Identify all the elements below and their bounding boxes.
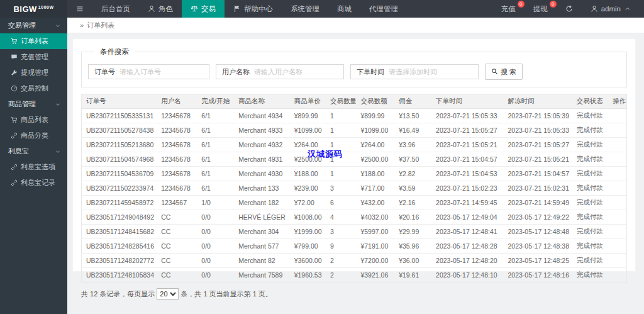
table-cell: 4 [326,210,357,225]
table-cell [608,268,627,283]
search-input-order-time[interactable] [389,65,478,79]
table-cell: 2023-07-21 14:59:45 [431,196,503,210]
sidebar-item-label: 商品分类 [21,131,48,140]
search-fieldset: 条件搜索 订单号用户名称下单时间搜 索 [81,47,627,87]
table-cell: 2023-07-21 15:05:27 [431,123,503,138]
sidebar-item-goods-list[interactable]: 商品列表 [0,112,67,128]
table-cell: 3 [326,225,357,239]
caret-down-icon [55,149,61,155]
search-row: 订单号用户名称下单时间搜 索 [88,64,620,80]
table-cell: 6/1 [197,167,234,181]
nav-item-label: 帮助中心 [244,4,273,14]
table-cell: ¥899.99 [290,109,326,123]
sidebar-item-goods-category[interactable]: 商品分类 [0,128,67,143]
nav-right-admin[interactable]: admin [582,0,640,18]
table-row[interactable]: UB2305171248202772CC0/0Merchant 82¥3600.… [82,254,627,268]
table-cell: UB2305171248415682 [82,225,157,239]
table-cell: Merchant 4933 [234,123,289,138]
table-cell: 1 [326,123,357,138]
table-cell: ¥188.00 [290,167,326,181]
sidebar-item-recharge-mgmt[interactable]: 充值管理 [0,49,67,65]
table-cell: ¥7191.00 [356,239,394,254]
table-cell: UB2305171249048492 [82,210,157,225]
link-icon [11,179,18,186]
search-button[interactable]: 搜 索 [485,64,523,80]
table-cell [608,181,627,196]
search-field-user-name: 用户名称 [216,64,344,79]
search-field-label: 订单号 [89,67,119,77]
sidebar-group-goods-mgmt[interactable]: 商品管理 [0,96,67,112]
table-row[interactable]: UB2307211502233974123456786/1Merchant 13… [82,181,627,196]
column-header: 商品单价 [290,94,326,109]
table-row[interactable]: UB2305171248105834CC0/0Merchant 7589¥196… [82,268,627,283]
breadcrumb-prefix: » [80,21,84,29]
link-icon [11,132,18,139]
table-header-row: 订单号用户名完成/开始商品名称商品单价交易数量交易数额佣金下单时间解冻时间交易状… [82,94,627,109]
table-cell: 2023-07-21 15:05:33 [431,109,503,123]
table-cell: 2023-07-21 15:04:57 [431,152,503,167]
table-cell: ¥3921.06 [356,268,394,283]
nav-right-label: 提现 [533,4,548,14]
nav-item-agents[interactable]: 代理管理 [360,0,407,18]
table-cell: 1/0 [197,196,234,210]
sidebar-item-withdraw-mgmt[interactable]: 提现管理 [0,65,67,81]
table-row[interactable]: UB2307211504574968123456786/1Merchant 49… [82,152,627,167]
table-cell: 完成付款 [572,152,608,167]
table-cell: UB2307211505278438 [82,123,157,138]
sidebar-item-label: 利息宝记录 [21,178,55,188]
table-cell: Merchant 82 [234,254,289,268]
table-row[interactable]: UB2305171248285416CC0/0Merchant 577¥799.… [82,239,627,254]
table-cell [608,254,627,268]
table-cell: 12345678 [157,181,197,196]
sidebar-group-interest[interactable]: 利息宝 [0,143,67,159]
caret-down-icon [55,101,61,108]
table-row[interactable]: UB2305171249048492CC0/0HERVÉ LÉGER¥1008.… [82,210,627,225]
table-row[interactable]: UB2307211504536709123456786/1Merchant 49… [82,167,627,181]
nav-item-help-center[interactable]: 帮助中心 [225,0,282,18]
column-header: 交易数额 [356,94,394,109]
sidebar-item-interest-records[interactable]: 利息宝记录 [0,175,67,191]
sidebar-item-trade-control[interactable]: 交易控制 [0,81,67,96]
nav-right-withdraw[interactable]: 提现0 [525,0,557,18]
table-row[interactable]: UB2305171248415682CC0/0Merchant 304¥1999… [82,225,627,239]
breadcrumb: » 订单列表 [67,18,644,33]
table-cell: Merchant 182 [234,196,289,210]
table-cell: UB2307211505213680 [82,138,157,152]
page-size-select[interactable]: 20 [157,288,179,300]
table-cell: Merchant 7589 [234,268,289,283]
table-cell: UB2307211459458972 [82,196,157,210]
nav-item-label: 系统管理 [291,4,319,14]
table-cell: 2023-07-21 15:05:39 [504,109,572,123]
search-input-order-no[interactable] [119,65,209,79]
table-row[interactable]: UB230721145945897212345671/0Merchant 182… [82,196,627,210]
table-cell: ¥72.00 [290,196,326,210]
nav-item-roles[interactable]: 角色 [139,0,182,18]
gauge-icon [11,85,18,92]
search-input-user-name[interactable] [254,65,343,79]
table-cell: 0/0 [197,225,234,239]
table-cell: ¥3.96 [394,138,431,152]
table-cell: 完成付款 [572,138,608,152]
nav-item-home[interactable]: 后台首页 [92,0,139,18]
sidebar-group-trade-mgmt[interactable]: 交易管理 [0,18,67,33]
table-cell: Merchant 4930 [234,167,289,181]
column-header: 用户名 [157,94,197,109]
table-cell: Merchant 133 [234,181,289,196]
table-row[interactable]: UB2307211505335131123456786/1Merchant 49… [82,109,627,123]
link-icon [11,164,18,171]
nav-item-menu-toggle[interactable] [67,0,92,18]
table-cell: ¥1099.00 [290,123,326,138]
nav-item-system[interactable]: 系统管理 [282,0,328,18]
table-row[interactable]: UB2307211505278438123456786/1Merchant 49… [82,123,627,138]
table-cell: 0/0 [197,210,234,225]
table-cell: 2023-05-17 12:49:04 [431,210,503,225]
nav-right-recharge[interactable]: 充值0 [492,0,525,18]
cart-icon [11,38,18,45]
table-row[interactable]: UB2307211505213680123456786/1Merchant 49… [82,138,627,152]
sidebar-item-interest-options[interactable]: 利息宝选项 [0,159,67,175]
nav-item-mall[interactable]: 商城 [328,0,360,18]
nav-item-trade[interactable]: 交易 [182,0,225,18]
breadcrumb-label: 订单列表 [87,21,114,30]
sidebar-item-order-list[interactable]: 订单列表 [0,33,67,49]
nav-right-refresh[interactable] [557,0,582,18]
